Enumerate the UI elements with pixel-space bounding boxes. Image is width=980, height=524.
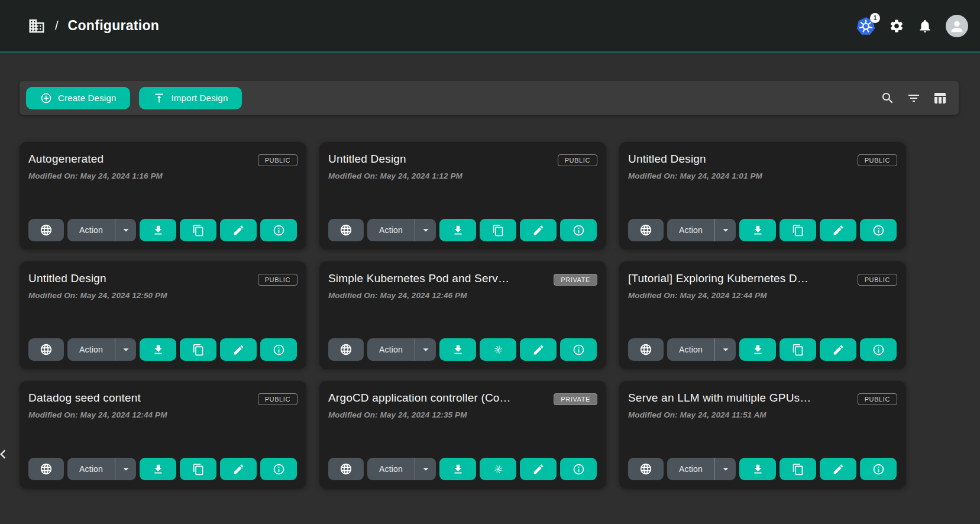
action-dropdown-toggle[interactable]: [714, 338, 736, 361]
info-button[interactable]: [260, 458, 297, 480]
action-split-button: Action: [667, 458, 736, 480]
download-button[interactable]: [140, 219, 176, 241]
info-button[interactable]: [260, 338, 297, 361]
edit-button[interactable]: [520, 458, 557, 480]
clone-button[interactable]: [180, 338, 216, 361]
action-button[interactable]: Action: [667, 458, 714, 480]
design-card[interactable]: [Tutorial] Exploring Kubernetes D… PUBLI…: [619, 261, 906, 369]
search-button[interactable]: [881, 91, 895, 105]
download-button[interactable]: [140, 338, 176, 361]
design-spiral-button[interactable]: [480, 458, 516, 480]
visibility-badge: PUBLIC: [858, 274, 897, 286]
create-design-button[interactable]: Create Design: [26, 87, 130, 109]
download-button[interactable]: [140, 458, 176, 480]
edit-button[interactable]: [220, 458, 257, 480]
info-button[interactable]: [560, 458, 597, 480]
download-button[interactable]: [739, 458, 776, 480]
clone-button[interactable]: [780, 219, 816, 241]
action-button[interactable]: Action: [367, 219, 415, 241]
clone-button[interactable]: [180, 458, 216, 480]
info-button[interactable]: [260, 219, 297, 241]
info-button[interactable]: [860, 458, 897, 480]
design-spiral-button[interactable]: [480, 338, 516, 361]
globe-icon: [40, 224, 53, 237]
design-card[interactable]: Autogenerated PUBLIC Modified On: May 24…: [20, 142, 306, 250]
action-button[interactable]: Action: [367, 338, 415, 361]
visibility-globe-button[interactable]: [628, 219, 664, 241]
clone-button[interactable]: [480, 219, 516, 241]
design-card[interactable]: Untitled Design PUBLIC Modified On: May …: [319, 142, 606, 250]
edit-button[interactable]: [520, 219, 557, 241]
action-dropdown-toggle[interactable]: [115, 219, 136, 241]
info-button[interactable]: [560, 219, 597, 241]
visibility-globe-button[interactable]: [328, 338, 364, 361]
action-dropdown-toggle[interactable]: [415, 458, 436, 480]
action-split-button: Action: [67, 219, 136, 241]
search-icon: [881, 91, 895, 105]
design-card[interactable]: Simple Kubernetes Pod and Serv… PRIVATE …: [319, 261, 606, 369]
action-dropdown-toggle[interactable]: [415, 219, 436, 241]
settings-button[interactable]: [889, 18, 904, 34]
edit-button[interactable]: [220, 338, 257, 361]
visibility-globe-button[interactable]: [628, 338, 664, 361]
action-dropdown-toggle[interactable]: [714, 458, 736, 480]
edit-pencil-icon: [232, 463, 245, 476]
download-button[interactable]: [739, 219, 776, 241]
action-button[interactable]: Action: [667, 219, 714, 241]
info-button[interactable]: [860, 219, 897, 241]
design-card[interactable]: Untitled Design PUBLIC Modified On: May …: [20, 261, 306, 369]
download-icon: [452, 463, 464, 476]
action-button[interactable]: Action: [67, 219, 115, 241]
import-design-button[interactable]: Import Design: [139, 87, 242, 109]
notifications-button[interactable]: [917, 18, 933, 34]
clone-button[interactable]: [780, 338, 816, 361]
action-dropdown-toggle[interactable]: [115, 458, 136, 480]
visibility-globe-button[interactable]: [628, 458, 664, 480]
edit-button[interactable]: [520, 338, 557, 361]
user-avatar[interactable]: [946, 15, 968, 37]
visibility-globe-button[interactable]: [28, 458, 64, 480]
action-dropdown-toggle[interactable]: [115, 338, 136, 361]
clone-button[interactable]: [180, 219, 216, 241]
action-split-button: Action: [67, 338, 136, 361]
download-button[interactable]: [439, 338, 476, 361]
visibility-globe-button[interactable]: [28, 338, 64, 361]
card-header: Serve an LLM with multiple GPUs… PUBLIC: [628, 392, 897, 405]
clone-button[interactable]: [780, 458, 816, 480]
filter-button[interactable]: [907, 91, 921, 105]
modified-on-text: Modified On: May 24, 2024 12:46 PM: [328, 291, 597, 300]
info-button[interactable]: [860, 338, 897, 361]
edit-button[interactable]: [820, 458, 856, 480]
action-button[interactable]: Action: [667, 338, 714, 361]
download-button[interactable]: [439, 219, 476, 241]
copy-icon: [792, 463, 804, 476]
modified-on-text: Modified On: May 24, 2024 1:12 PM: [328, 172, 597, 180]
sidebar-collapse-button[interactable]: [0, 445, 12, 465]
design-card[interactable]: Serve an LLM with multiple GPUs… PUBLIC …: [619, 381, 906, 489]
design-card[interactable]: Datadog seed content PUBLIC Modified On:…: [20, 381, 306, 489]
kubernetes-context-button[interactable]: 1: [856, 16, 876, 36]
edit-pencil-icon: [832, 224, 845, 237]
chevron-down-icon: [419, 462, 432, 476]
action-dropdown-toggle[interactable]: [415, 338, 436, 361]
edit-button[interactable]: [220, 219, 257, 241]
download-button[interactable]: [739, 338, 776, 361]
visibility-globe-button[interactable]: [28, 219, 64, 241]
card-header: Datadog seed content PUBLIC: [28, 392, 297, 405]
info-icon: [573, 344, 585, 356]
visibility-globe-button[interactable]: [328, 219, 364, 241]
action-button[interactable]: Action: [367, 458, 415, 480]
edit-button[interactable]: [820, 338, 856, 361]
download-button[interactable]: [439, 458, 476, 480]
card-action-bar: Action: [628, 458, 897, 480]
action-dropdown-toggle[interactable]: [714, 219, 736, 241]
table-view-button[interactable]: [933, 91, 947, 105]
info-button[interactable]: [560, 338, 597, 361]
download-icon: [152, 344, 164, 356]
edit-button[interactable]: [820, 219, 856, 241]
design-card[interactable]: Untitled Design PUBLIC Modified On: May …: [619, 142, 906, 250]
design-card[interactable]: ArgoCD application controller (Co… PRIVA…: [319, 381, 606, 489]
action-button[interactable]: Action: [67, 338, 115, 361]
action-button[interactable]: Action: [67, 458, 115, 480]
visibility-globe-button[interactable]: [328, 458, 364, 480]
